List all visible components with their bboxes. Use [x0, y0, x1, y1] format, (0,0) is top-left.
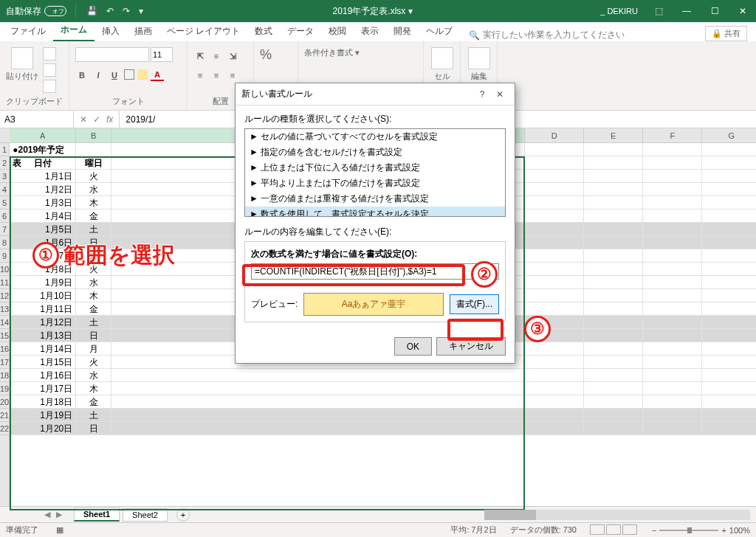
zoom-percent[interactable]: 100% — [729, 526, 750, 535]
font-size[interactable] — [151, 47, 173, 62]
tab-home[interactable]: ホーム — [53, 20, 94, 41]
format-button[interactable]: 書式(F)... — [450, 294, 499, 314]
align-left-icon[interactable]: ≡ — [193, 69, 207, 81]
italic-icon[interactable]: I — [92, 69, 105, 81]
editing-button[interactable]: 編集 — [467, 47, 491, 82]
dialog-help-icon[interactable]: ? — [473, 89, 491, 100]
cancel-formula-icon[interactable]: ✕ — [80, 114, 87, 125]
bold-icon[interactable]: B — [75, 69, 89, 81]
minimize-icon[interactable]: — — [673, 0, 700, 22]
tab-help[interactable]: ヘルプ — [419, 21, 460, 41]
col-B[interactable]: B — [76, 128, 111, 142]
rule-type-item[interactable]: ► 一意の値または重複する値だけを書式設定 — [245, 191, 505, 207]
cond-format-button[interactable]: 条件付き書式 ▾ — [304, 47, 360, 58]
align-bottom-icon[interactable]: ⇲ — [226, 50, 239, 62]
rule-type-item[interactable]: ► セルの値に基づいてすべてのセルを書式設定 — [245, 129, 505, 145]
view-buttons[interactable] — [590, 524, 639, 536]
group-font: フォント — [75, 96, 181, 108]
tab-view[interactable]: 表示 — [354, 21, 386, 41]
status-ready: 準備完了 — [6, 524, 38, 536]
zoom-in-icon[interactable]: + — [721, 526, 726, 535]
border-icon[interactable] — [124, 69, 134, 80]
enter-formula-icon[interactable]: ✓ — [93, 114, 100, 125]
align-middle-icon[interactable]: ≡ — [210, 50, 223, 62]
dialog-close-icon[interactable]: ✕ — [491, 89, 509, 100]
tab-draw[interactable]: 描画 — [127, 21, 159, 41]
close-icon[interactable]: ✕ — [729, 0, 756, 22]
col-D[interactable]: D — [525, 128, 584, 142]
statusbar: 準備完了 ▦ 平均: 7月2日 データの個数: 730 − + 100% — [0, 522, 756, 537]
font-name[interactable] — [75, 47, 149, 62]
new-format-rule-dialog: 新しい書式ルール ? ✕ ルールの種類を選択してください(S): ► セルの値に… — [235, 83, 515, 364]
hscrollbar[interactable] — [484, 510, 750, 520]
ribbon-tabs: ファイル ホーム 挿入 描画 ページ レイアウト 数式 データ 校閲 表示 開発… — [0, 22, 756, 41]
undo-icon[interactable]: ↶ — [106, 6, 114, 16]
tab-dev[interactable]: 開発 — [386, 21, 419, 41]
cancel-button[interactable]: キャンセル — [436, 337, 506, 356]
rule-type-item[interactable]: ► 指定の値を含むセルだけを書式設定 — [245, 145, 505, 160]
redo-icon[interactable]: ↷ — [123, 6, 130, 16]
save-icon[interactable]: 💾 — [86, 6, 97, 16]
user-name[interactable]: _ DEKIRU — [594, 7, 644, 15]
find-icon — [468, 47, 490, 69]
ribbon-options-icon[interactable]: ⬚ — [645, 0, 672, 22]
row-headers[interactable]: 12345678910111213141516171819202122 — [0, 128, 10, 506]
zoom-slider[interactable] — [659, 530, 718, 531]
sheet-tab-1[interactable]: Sheet1 — [74, 507, 120, 522]
col-G[interactable]: G — [702, 128, 756, 142]
rule-type-item[interactable]: ► 数式を使用して、書式設定するセルを決定 — [245, 207, 505, 217]
fx-icon[interactable]: fx — [106, 114, 113, 125]
copy-icon[interactable] — [43, 63, 56, 77]
rule-edit-label: ルールの内容を編集してください(E): — [244, 226, 506, 238]
sheet-tab-2[interactable]: Sheet2 — [123, 508, 168, 522]
percent-icon[interactable]: % — [260, 47, 272, 63]
add-sheet-button[interactable]: + — [176, 508, 190, 522]
sheet-tabs: ◀ ▶ Sheet1 Sheet2 + — [0, 506, 756, 522]
fill-color-icon[interactable] — [137, 69, 148, 80]
sheet-nav-prev-icon[interactable]: ◀ — [44, 510, 50, 519]
tab-data[interactable]: データ — [280, 21, 321, 41]
underline-icon[interactable]: U — [108, 69, 121, 81]
rule-formula-input[interactable] — [251, 263, 499, 280]
sheet-nav-next-icon[interactable]: ▶ — [56, 510, 62, 519]
share-button[interactable]: 🔒 共有 — [705, 26, 747, 41]
tab-layout[interactable]: ページ レイアウト — [159, 21, 247, 41]
format-painter-icon[interactable] — [43, 80, 56, 93]
col-F[interactable]: F — [643, 128, 702, 142]
rule-type-item[interactable]: ► 上位または下位に入る値だけを書式設定 — [245, 160, 505, 176]
tab-file[interactable]: ファイル — [3, 21, 53, 41]
align-right-icon[interactable]: ≡ — [226, 69, 239, 81]
formula-label: 次の数式を満たす場合に値を書式設定(O): — [251, 248, 499, 260]
col-A[interactable]: A — [10, 128, 76, 142]
ok-button[interactable]: OK — [394, 337, 432, 356]
rule-type-label: ルールの種類を選択してください(S): — [244, 113, 506, 125]
cut-icon[interactable] — [43, 47, 56, 60]
name-box[interactable]: A3 — [0, 111, 74, 128]
qat-dropdown-icon[interactable]: ▾ — [139, 6, 143, 16]
cells-button[interactable]: セル — [430, 47, 454, 82]
tab-review[interactable]: 校閲 — [321, 21, 354, 41]
macro-rec-icon[interactable]: ▦ — [56, 525, 63, 535]
preview-label: プレビュー: — [251, 298, 298, 311]
tab-formulas[interactable]: 数式 — [247, 21, 280, 41]
cells-icon — [431, 47, 453, 69]
zoom-out-icon[interactable]: − — [652, 526, 656, 535]
maximize-icon[interactable]: ☐ — [701, 0, 728, 22]
rule-type-list[interactable]: ► セルの値に基づいてすべてのセルを書式設定 ► 指定の値を含むセルだけを書式設… — [244, 128, 506, 217]
font-color-icon[interactable]: A — [151, 69, 164, 81]
clipboard-icon — [11, 47, 33, 69]
align-center-icon[interactable]: ≡ — [210, 69, 223, 81]
search-icon: 🔍 — [469, 30, 480, 41]
dialog-title: 新しい書式ルール — [241, 88, 473, 100]
col-E[interactable]: E — [584, 128, 643, 142]
tab-insert[interactable]: 挿入 — [94, 21, 127, 41]
paste-button[interactable]: 貼り付け — [6, 47, 38, 82]
autosave-label: 自動保存 — [6, 5, 41, 18]
autosave-toggle[interactable]: オフ — [44, 6, 66, 16]
filename[interactable]: 2019年予定表.xlsx ▾ — [151, 5, 594, 18]
status-count: データの個数: 730 — [510, 524, 577, 536]
tell-me[interactable]: 🔍実行したい作業を入力してください — [469, 29, 625, 41]
align-top-icon[interactable]: ⇱ — [193, 50, 207, 62]
rule-type-item[interactable]: ► 平均より上または下の値だけを書式設定 — [245, 176, 505, 191]
preview-sample: Aaあぁアァ亜宇 — [303, 293, 443, 316]
